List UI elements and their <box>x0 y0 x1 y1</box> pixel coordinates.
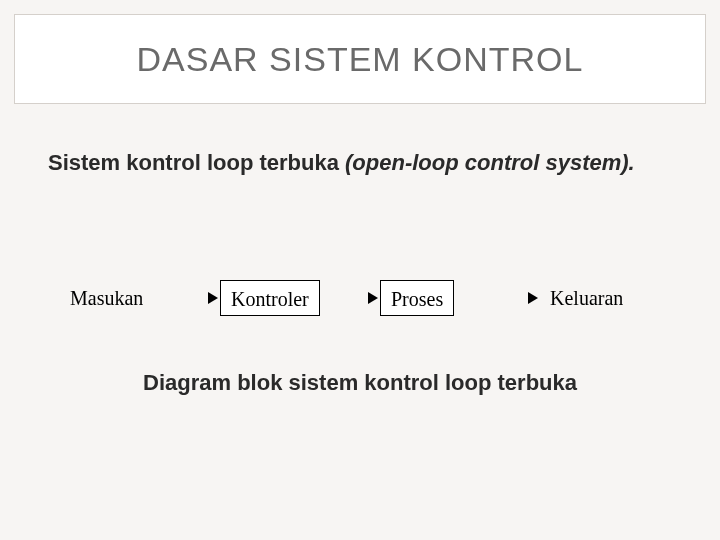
arrow-icon <box>208 292 218 304</box>
subtitle: Sistem kontrol loop terbuka (open-loop c… <box>48 150 672 176</box>
page-title: DASAR SISTEM KONTROL <box>137 40 584 79</box>
diagram-caption: Diagram blok sistem kontrol loop terbuka <box>0 370 720 396</box>
arrow-icon <box>368 292 378 304</box>
subtitle-main: Sistem kontrol loop terbuka <box>48 150 345 175</box>
node-process: Proses <box>380 280 454 316</box>
subtitle-italic: (open-loop control system). <box>345 150 635 175</box>
block-diagram: Masukan Kontroler Proses Keluaran <box>60 270 660 330</box>
title-box: DASAR SISTEM KONTROL <box>14 14 706 104</box>
arrow-icon <box>528 292 538 304</box>
node-controller: Kontroler <box>220 280 320 316</box>
node-input: Masukan <box>60 280 153 316</box>
node-output: Keluaran <box>540 280 633 316</box>
